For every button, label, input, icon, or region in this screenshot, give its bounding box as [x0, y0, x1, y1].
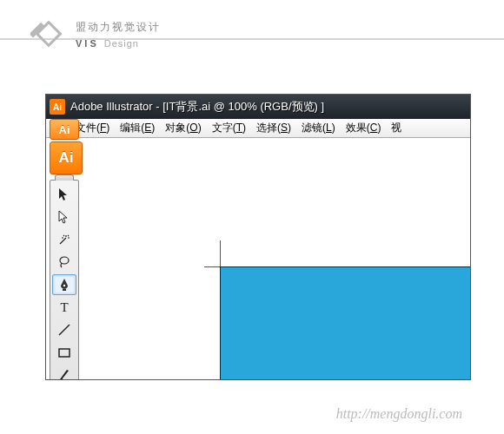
svg-text:T: T	[60, 300, 68, 314]
pen-tool[interactable]	[52, 274, 76, 295]
menu-视[interactable]: 视	[386, 121, 407, 135]
selection-tool[interactable]	[52, 184, 76, 205]
direct-selection-tool[interactable]	[52, 207, 76, 227]
canvas-area[interactable]	[90, 145, 470, 379]
artboard-rectangle[interactable]	[220, 266, 470, 379]
menu-O[interactable]: 对象(O)	[160, 121, 206, 135]
illustrator-window: Ai Adobe Illustrator - [IT背景.ai @ 100% (…	[45, 94, 471, 380]
app-icon: Ai	[50, 99, 65, 115]
brand-name-cn: 盟动力视觉设计	[76, 20, 161, 35]
dock-badge-1[interactable]: Ai	[50, 141, 83, 174]
svg-line-10	[59, 325, 70, 335]
document-dock: Ai	[50, 141, 83, 174]
lasso-tool[interactable]	[52, 252, 76, 273]
svg-rect-8	[63, 289, 66, 291]
brand-en-rest: Design	[104, 38, 139, 49]
brand-header: 盟动力视觉设计 VISDesign	[0, 0, 504, 52]
svg-point-7	[63, 285, 65, 286]
paintbrush-tool[interactable]	[52, 365, 76, 380]
brand-en-bold: VIS	[76, 38, 99, 49]
footer-url: http://mengdongli.com	[336, 406, 462, 422]
toolbox-panel[interactable]: T	[50, 180, 79, 380]
magic-wand-tool[interactable]	[52, 229, 76, 250]
window-title: Adobe Illustrator - [IT背景.ai @ 100% (RGB…	[70, 99, 324, 115]
type-tool[interactable]: T	[52, 297, 76, 318]
menu-C[interactable]: 效果(C)	[341, 121, 387, 135]
svg-rect-11	[59, 349, 70, 357]
menu-T[interactable]: 文字(T)	[207, 121, 251, 135]
rectangle-tool[interactable]	[52, 342, 76, 363]
window-titlebar[interactable]: Ai Adobe Illustrator - [IT背景.ai @ 100% (…	[46, 95, 470, 119]
menu-E[interactable]: 编辑(E)	[115, 121, 160, 135]
brand-logo-icon	[30, 16, 67, 52]
line-tool[interactable]	[52, 319, 76, 340]
workspace: Ai Ai T	[46, 138, 470, 379]
menu-bar: 文件(F)编辑(E)对象(O)文字(T)选择(S)滤镜(L)效果(C)视	[46, 119, 470, 138]
dock-badge-0[interactable]: Ai	[50, 119, 79, 140]
menu-L[interactable]: 滤镜(L)	[296, 121, 341, 135]
menu-S[interactable]: 选择(S)	[251, 121, 296, 135]
brand-name-en: VISDesign	[76, 38, 161, 49]
